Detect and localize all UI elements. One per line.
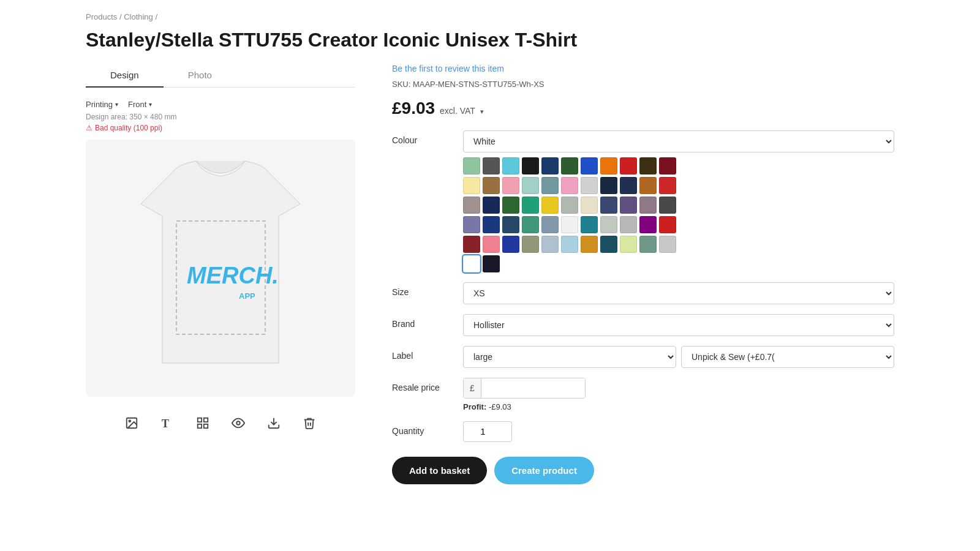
color-swatch-yellow[interactable] xyxy=(541,197,559,214)
brand-select[interactable]: Hollister Gildan xyxy=(463,314,894,336)
color-swatch-charcoal-navy[interactable] xyxy=(620,177,637,194)
color-swatch-near-black[interactable] xyxy=(483,255,500,272)
color-swatch-cobalt[interactable] xyxy=(502,236,519,253)
product-layout: Design Photo Printing ▾ Front ▾ Design a… xyxy=(86,64,894,484)
quality-warning: ⚠ Bad quality (100 ppi) xyxy=(86,124,355,132)
color-swatch-forest-green[interactable] xyxy=(502,197,519,214)
color-swatch-mauve[interactable] xyxy=(639,197,657,214)
svg-rect-6 xyxy=(198,418,202,422)
color-swatch-amber[interactable] xyxy=(581,236,598,253)
resale-prefix: £ xyxy=(464,378,481,398)
vat-dropdown-icon[interactable]: ▾ xyxy=(480,108,484,116)
icon-toolbar: T xyxy=(86,409,355,440)
color-swatch-light-pink[interactable] xyxy=(502,177,519,194)
color-swatch-warm-grey[interactable] xyxy=(463,197,480,214)
color-swatch-sage[interactable] xyxy=(463,157,480,174)
quantity-input[interactable] xyxy=(463,421,512,442)
color-swatch-royal-blue[interactable] xyxy=(483,216,500,233)
eye-icon-button[interactable] xyxy=(232,416,245,433)
image-icon-button[interactable] xyxy=(125,416,138,433)
color-swatch-red[interactable] xyxy=(620,157,637,174)
color-swatch-dark-teal[interactable] xyxy=(581,216,598,233)
brand-field-row: Brand Hollister Gildan xyxy=(392,314,894,336)
color-swatch-sky[interactable] xyxy=(561,236,578,253)
color-swatch-spruce[interactable] xyxy=(639,236,657,253)
text-icon-button[interactable]: T xyxy=(160,416,174,433)
label-option-select[interactable]: Unpick & Sew (+£0.7( Print xyxy=(681,346,894,368)
action-buttons: Add to basket Create product xyxy=(392,457,894,484)
color-swatch-teal-green[interactable] xyxy=(522,197,539,214)
color-swatch-mint[interactable] xyxy=(522,177,539,194)
label-value: small medium large Unpick & Sew (+£0.7( … xyxy=(463,346,894,368)
resale-value: £ Profit: -£9.03 xyxy=(463,378,894,411)
front-arrow-icon: ▾ xyxy=(149,101,152,108)
color-swatch-dark-red[interactable] xyxy=(463,236,480,253)
color-swatch-dark-grey[interactable] xyxy=(483,157,500,174)
color-swatch-navy[interactable] xyxy=(541,157,559,174)
color-swatch-pale-blue[interactable] xyxy=(541,236,559,253)
color-swatch-black[interactable] xyxy=(522,157,539,174)
colour-label: Colour xyxy=(392,130,453,145)
resale-input[interactable] xyxy=(481,378,585,398)
download-icon-button[interactable] xyxy=(267,416,281,433)
label-label: Label xyxy=(392,346,453,361)
color-swatch-dark-navy[interactable] xyxy=(600,177,617,194)
color-swatch-dark-green[interactable] xyxy=(561,157,578,174)
color-swatch-caramel[interactable] xyxy=(639,177,657,194)
color-swatch-khaki[interactable] xyxy=(522,236,539,253)
tabs: Design Photo xyxy=(86,64,355,88)
color-swatch-salmon[interactable] xyxy=(483,236,500,253)
color-swatch-bright-red[interactable] xyxy=(659,177,676,194)
color-swatch-medium-teal[interactable] xyxy=(522,216,539,233)
color-swatch-slate[interactable] xyxy=(541,177,559,194)
color-swatch-dark-olive[interactable] xyxy=(639,157,657,174)
colour-select[interactable]: White xyxy=(463,130,894,152)
toolbar-row: Printing ▾ Front ▾ xyxy=(86,100,355,109)
color-swatch-white[interactable] xyxy=(463,255,480,272)
color-swatch-silver[interactable] xyxy=(600,216,617,233)
color-swatch-light-silver[interactable] xyxy=(620,216,637,233)
color-swatch-petrol[interactable] xyxy=(502,216,519,233)
color-swatch-pale-grey[interactable] xyxy=(659,236,676,253)
size-select[interactable]: XS S M L XL 2XL 3XL xyxy=(463,282,894,304)
left-panel: Design Photo Printing ▾ Front ▾ Design a… xyxy=(86,64,355,484)
quantity-field-row: Quantity xyxy=(392,421,894,442)
grid-icon-button[interactable] xyxy=(196,416,209,433)
color-swatch-indigo[interactable] xyxy=(483,197,500,214)
color-swatch-graphite[interactable] xyxy=(659,197,676,214)
tab-photo[interactable]: Photo xyxy=(164,64,236,88)
color-swatch-blue[interactable] xyxy=(581,157,598,174)
color-swatch-dark-teal2[interactable] xyxy=(600,236,617,253)
color-swatch-magenta[interactable] xyxy=(639,216,657,233)
delete-icon-button[interactable] xyxy=(303,416,316,433)
design-area-label: Design area: 350 × 480 mm xyxy=(86,113,355,121)
color-swatch-cyan[interactable] xyxy=(502,157,519,174)
color-swatch-tan[interactable] xyxy=(483,177,500,194)
color-swatch-burgundy[interactable] xyxy=(659,157,676,174)
warning-icon: ⚠ xyxy=(86,124,92,132)
svg-rect-8 xyxy=(198,424,202,428)
color-swatch-light-yellow[interactable] xyxy=(463,177,480,194)
color-swatch-crimson[interactable] xyxy=(659,216,676,233)
front-button[interactable]: Front ▾ xyxy=(128,100,152,109)
color-swatch-cream[interactable] xyxy=(581,197,598,214)
color-swatch-purple[interactable] xyxy=(620,197,637,214)
color-swatch-light-grey[interactable] xyxy=(581,177,598,194)
printing-button[interactable]: Printing ▾ xyxy=(86,100,118,109)
profit-value: -£9.03 xyxy=(489,402,511,411)
label-size-select[interactable]: small medium large xyxy=(463,346,676,368)
right-panel: Be the first to review this item SKU: MA… xyxy=(392,64,894,484)
color-swatch-off-white[interactable] xyxy=(561,216,578,233)
color-swatch-lime[interactable] xyxy=(620,236,637,253)
color-swatch-steel-blue[interactable] xyxy=(600,197,617,214)
color-swatch-pink[interactable] xyxy=(561,177,578,194)
add-to-basket-button[interactable]: Add to basket xyxy=(392,457,487,484)
create-product-button[interactable]: Create product xyxy=(494,457,594,484)
tab-design[interactable]: Design xyxy=(86,64,164,88)
color-swatch-grey-green[interactable] xyxy=(561,197,578,214)
color-swatch-greyblue[interactable] xyxy=(541,216,559,233)
color-swatch-orange[interactable] xyxy=(600,157,617,174)
review-link[interactable]: Be the first to review this item xyxy=(392,64,894,73)
sku-text: SKU: MAAP-MEN-STNS-STTU755-Wh-XS xyxy=(392,80,894,89)
color-swatch-periwinkle[interactable] xyxy=(463,216,480,233)
